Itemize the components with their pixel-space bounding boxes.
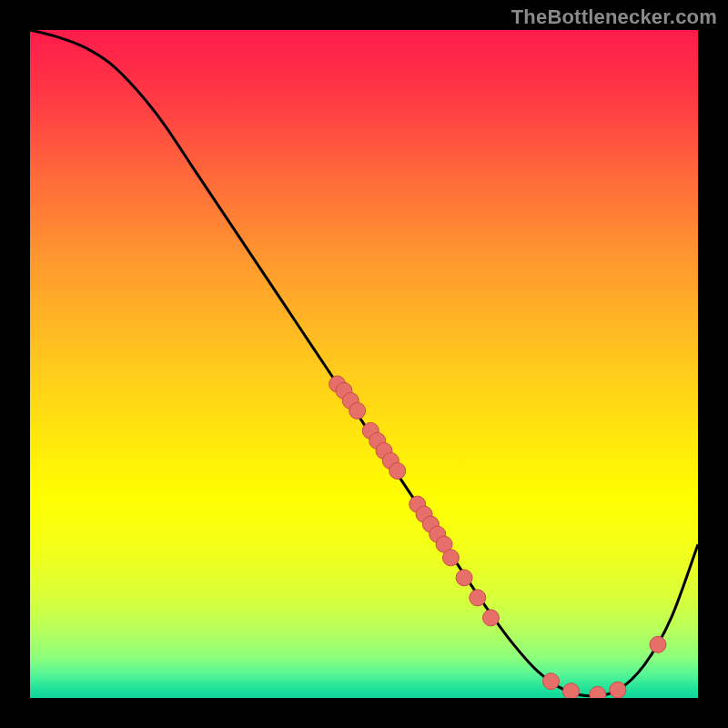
chart-svg	[30, 30, 698, 698]
data-point	[482, 610, 499, 626]
data-point	[349, 402, 366, 419]
data-point	[442, 550, 459, 566]
data-point	[610, 682, 626, 698]
data-point	[650, 636, 666, 652]
plot-area	[30, 30, 698, 698]
data-point	[470, 590, 486, 606]
data-point	[590, 686, 606, 698]
data-point	[456, 570, 472, 586]
data-point	[389, 462, 406, 479]
data-point	[543, 673, 560, 690]
chart-stage: TheBottlenecker.com	[0, 0, 728, 728]
gradient-background	[30, 30, 698, 698]
watermark-text: TheBottlenecker.com	[511, 5, 717, 29]
data-point	[563, 683, 580, 698]
